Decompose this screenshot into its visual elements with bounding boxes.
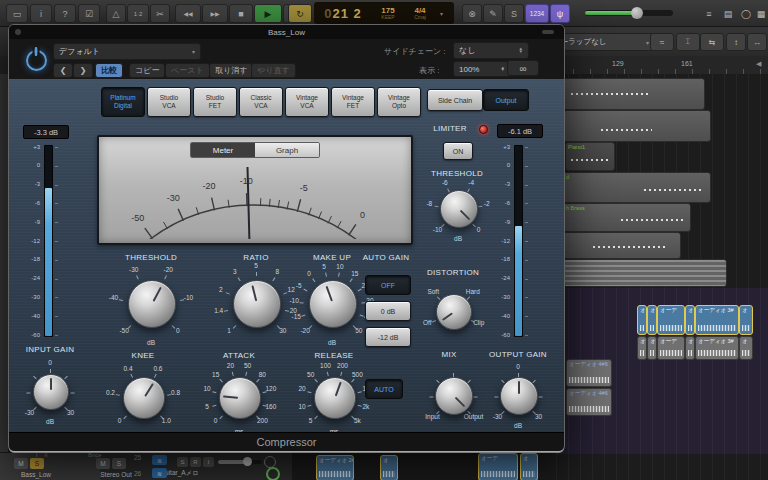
knob-cap[interactable] bbox=[314, 377, 356, 419]
knob-cap[interactable] bbox=[435, 377, 473, 415]
knob-cap[interactable] bbox=[500, 377, 538, 415]
audio-clip[interactable]: オ bbox=[685, 336, 695, 360]
knee-knob[interactable]: 00.20.40.60.81.0 bbox=[99, 361, 187, 433]
knob-cap[interactable] bbox=[436, 294, 472, 330]
limiter-on-button[interactable]: ON bbox=[443, 142, 473, 160]
audio-clip[interactable]: オ bbox=[637, 305, 647, 335]
audio-clip[interactable]: オ bbox=[380, 455, 398, 480]
audio-clip[interactable]: オ bbox=[685, 305, 695, 335]
control-bar-icon[interactable]: ▭ bbox=[6, 4, 28, 23]
solo-button-active[interactable]: S bbox=[30, 458, 44, 469]
window-close-dot[interactable] bbox=[15, 29, 21, 35]
auto-gain-minus12db-button[interactable]: -12 dB bbox=[365, 327, 411, 347]
count-in-button[interactable]: 1·2 bbox=[127, 4, 149, 23]
makeup-knob[interactable]: -20-15-10-505101520304050dB bbox=[288, 261, 376, 345]
auto-gain-0db-button[interactable]: 0 dB bbox=[365, 301, 411, 321]
media-browser-button[interactable]: ▦ bbox=[753, 4, 768, 23]
note-pads-button[interactable]: ▤ bbox=[719, 4, 737, 23]
lcd-chevron-icon[interactable]: ▾ bbox=[440, 10, 443, 17]
audio-clip[interactable]: オーディオ 2#1 bbox=[316, 455, 354, 480]
track-icon[interactable]: ≋ bbox=[152, 468, 167, 478]
audio-clip[interactable]: オ bbox=[520, 453, 538, 480]
cycle-button[interactable]: ↻ bbox=[288, 4, 312, 23]
audio-clip[interactable]: オ bbox=[637, 336, 647, 360]
toolbox-icon[interactable]: ☑ bbox=[78, 4, 100, 23]
track-record-button[interactable]: R bbox=[190, 457, 201, 467]
audio-clip[interactable]: オーデ bbox=[657, 336, 685, 360]
input-gain-knob[interactable]: -30030dB bbox=[10, 353, 90, 429]
flex-button[interactable]: ≈ bbox=[650, 33, 674, 51]
tab-graph[interactable]: Graph bbox=[255, 143, 319, 157]
audio-clip[interactable]: オ bbox=[739, 305, 753, 335]
knob-cap[interactable] bbox=[440, 190, 478, 228]
lcd-display[interactable]: 021 2 175KEEP 4/4Cmaj ▾ bbox=[314, 2, 454, 24]
threshold-knob[interactable]: -50-40-30-20-100dB bbox=[107, 261, 195, 345]
model-vintage-vca[interactable]: VintageVCA bbox=[285, 87, 329, 117]
lcd-tempo[interactable]: 175KEEP bbox=[372, 7, 404, 20]
model-studio-vca[interactable]: StudioVCA bbox=[147, 87, 191, 117]
midi-region[interactable]: Piano1 bbox=[565, 142, 615, 171]
output-gain-knob[interactable]: -30030dB bbox=[478, 359, 558, 431]
limiter-threshold-knob[interactable]: -10-8-6-4-20dB bbox=[418, 175, 498, 241]
midi-region[interactable] bbox=[563, 232, 681, 259]
rewind-button[interactable]: ◀◀ bbox=[175, 4, 201, 23]
window-resize-pill[interactable] bbox=[542, 30, 554, 34]
distortion-knob[interactable]: OffSoftHardClip bbox=[413, 277, 493, 345]
volume-thumb[interactable] bbox=[631, 7, 643, 19]
next-preset-button[interactable]: ❯ bbox=[73, 63, 93, 78]
preset-dropdown[interactable]: デフォルト▾ bbox=[53, 43, 201, 60]
knob-cap[interactable] bbox=[233, 280, 281, 328]
catch-button[interactable]: ⇆ bbox=[700, 33, 724, 51]
tab-meter[interactable]: Meter bbox=[191, 143, 255, 157]
sidechain-dropdown[interactable]: なし ▲▼ bbox=[453, 42, 529, 59]
midi-region[interactable]: d bbox=[563, 172, 711, 203]
list-editors-button[interactable]: ≡ bbox=[700, 4, 718, 23]
model-classic-vca[interactable]: ClassicVCA bbox=[239, 87, 283, 117]
redo-button[interactable]: やり直す bbox=[251, 63, 296, 78]
lcd-position[interactable]: 021 2 bbox=[314, 6, 372, 21]
track-icon[interactable]: ≋ bbox=[152, 455, 167, 465]
track-solo-button[interactable]: S bbox=[177, 457, 188, 467]
view-zoom-stepper[interactable]: 100% ▲▼ bbox=[453, 61, 511, 77]
solo-button[interactable]: S bbox=[504, 4, 524, 23]
cancel-button[interactable]: ⊗ bbox=[462, 4, 482, 23]
loop-browser-button[interactable]: ◯ bbox=[738, 4, 754, 23]
metronome-button[interactable]: △ bbox=[106, 4, 126, 23]
count-button[interactable]: 1234 bbox=[525, 4, 549, 23]
knob-cap[interactable] bbox=[33, 374, 69, 410]
audio-clip[interactable]: オ bbox=[647, 305, 657, 335]
play-button[interactable]: ▶ bbox=[254, 4, 282, 23]
inspector-icon[interactable]: i bbox=[30, 4, 52, 23]
track-volume-slider[interactable] bbox=[218, 460, 262, 464]
marquee-button[interactable]: ⌶ bbox=[676, 33, 700, 51]
prev-preset-button[interactable]: ❮ bbox=[53, 63, 73, 78]
paste-button[interactable]: ペースト bbox=[165, 63, 210, 78]
pan-knob-green[interactable] bbox=[266, 467, 280, 480]
compare-button[interactable]: 比較 bbox=[95, 63, 123, 78]
undo-button[interactable]: 取り消す bbox=[209, 63, 253, 78]
track-volume-thumb[interactable] bbox=[243, 457, 252, 466]
midi-region[interactable] bbox=[563, 78, 705, 110]
audio-clip[interactable]: オーディオ 4#6 bbox=[566, 359, 612, 387]
tab-side-chain[interactable]: Side Chain bbox=[427, 89, 483, 111]
audio-clip[interactable]: オ bbox=[739, 336, 753, 360]
plugin-title-bar[interactable]: Bass_Low bbox=[9, 25, 564, 39]
mute-button[interactable]: M bbox=[96, 458, 110, 469]
track-input-button[interactable]: I bbox=[203, 457, 214, 467]
knob-cap[interactable] bbox=[123, 377, 165, 419]
model-vintage-fet[interactable]: VintageFET bbox=[331, 87, 375, 117]
stop-button[interactable]: ■ bbox=[229, 4, 253, 23]
bypass-button[interactable] bbox=[21, 45, 51, 75]
model-platinum-digital[interactable]: PlatinumDigital bbox=[101, 87, 145, 117]
copy-button[interactable]: コピー bbox=[129, 63, 165, 78]
model-vintage-opto[interactable]: VintageOpto bbox=[377, 87, 421, 117]
tools-button[interactable]: ✂ bbox=[150, 4, 170, 23]
audio-clip[interactable]: オーディオ 4#6 bbox=[566, 388, 612, 416]
master-volume-slider[interactable] bbox=[585, 10, 673, 16]
tab-output[interactable]: Output bbox=[483, 89, 529, 111]
audio-clip[interactable]: オーデ bbox=[657, 305, 685, 335]
midi-region[interactable]: h Brass bbox=[563, 203, 691, 232]
knob-cap[interactable] bbox=[128, 280, 176, 328]
midi-region[interactable] bbox=[563, 259, 727, 287]
horizontal-zoom-slider[interactable]: ↔ bbox=[747, 33, 767, 51]
